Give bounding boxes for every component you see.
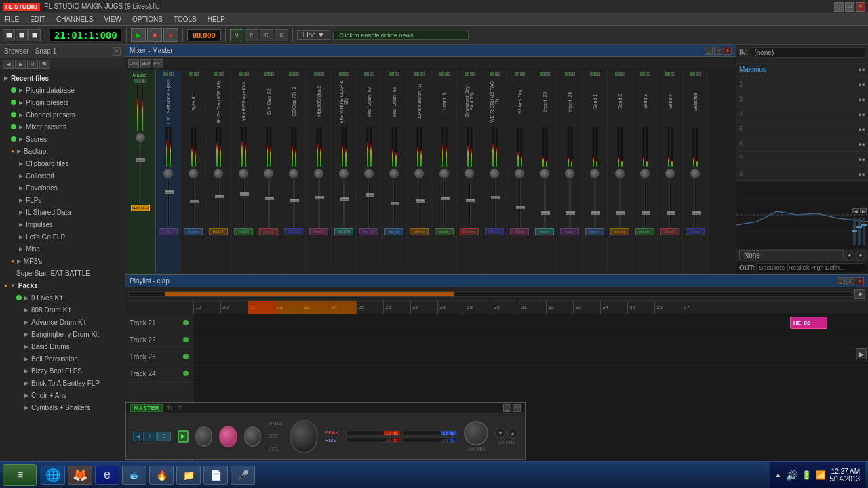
ch-mute-11[interactable]: M	[439, 72, 444, 76]
ch-mute-19[interactable]: M	[640, 72, 645, 76]
ch-pan-5[interactable]	[289, 169, 298, 178]
ch-fader-thumb-20[interactable]	[667, 211, 675, 215]
ch-pan-21[interactable]	[690, 169, 700, 178]
minimize-btn[interactable]: _	[834, 2, 844, 12]
channel-strip-1[interactable]: M S L V - SelfMade Brass L V -	[156, 70, 181, 274]
mixer-maximize[interactable]: □	[714, 47, 722, 55]
master-send-indicator[interactable]: MASTER	[131, 205, 150, 211]
sidebar-item-letsgof[interactable]: ▶ Let's Go FLP	[0, 230, 125, 243]
sidebar-item-bell-perc[interactable]: ▶ Bell Percussion	[0, 352, 125, 365]
mixer-ch-7[interactable]: 7 ● ●	[736, 152, 868, 167]
taskbar-app-folder[interactable]: 📁	[176, 466, 201, 485]
ch-fader-thumb-1[interactable]	[190, 200, 199, 203]
sidebar-item-mixer-presets[interactable]: ▶ Mixer presets	[0, 121, 125, 133]
taskbar-app-ie2[interactable]: e	[95, 466, 119, 485]
step-btn-3[interactable]: 3	[157, 432, 171, 441]
ch-fader-thumb-7[interactable]	[340, 197, 349, 201]
ch-mute-21[interactable]: M	[690, 72, 695, 76]
ch-solo-11[interactable]: S	[445, 72, 450, 76]
plugin-knob-brt[interactable]	[219, 426, 237, 447]
ch-pan-17[interactable]	[590, 169, 599, 178]
grid-scroll-right[interactable]: ▶	[856, 348, 867, 359]
in-value[interactable]: (none)	[751, 47, 865, 58]
ch-solo-21[interactable]: S	[696, 72, 701, 76]
playlist-scrollbar[interactable]	[128, 291, 853, 297]
ch-fader-thumb-17[interactable]	[591, 211, 600, 215]
master-mute-btn[interactable]: M	[134, 79, 140, 83]
ch-pan-20[interactable]	[665, 169, 675, 178]
line-mode-selector[interactable]: Line ▼	[297, 30, 331, 40]
menu-tools[interactable]: TOOLS	[172, 16, 199, 23]
ch-solo-3[interactable]: S	[244, 72, 249, 76]
ch-mute-9[interactable]: M	[389, 72, 394, 76]
taskbar-app-flame[interactable]: 🔥	[149, 466, 174, 485]
channel-strip-15[interactable]: M S 9 Lives Tag 9 Live	[507, 70, 532, 274]
sidebar-item-bizzy[interactable]: ▶ Bizzy Beat FLPS	[0, 365, 125, 377]
ch-color-btn-14[interactable]: 9 Live	[510, 228, 529, 235]
ch-solo-18[interactable]: S	[620, 72, 625, 76]
taskbar-app-ie[interactable]: 🌐	[41, 466, 65, 485]
eq-left-btn[interactable]: ◀	[852, 208, 859, 214]
ch-mute-18[interactable]: M	[615, 72, 620, 76]
ch-fader-thumb-16[interactable]	[566, 211, 575, 215]
channel-strip-14[interactable]: M S WE R DRUMZ TAG (1) WE R D	[482, 70, 507, 274]
ch-fader-5[interactable]	[293, 180, 295, 227]
tray-speaker[interactable]: 🔊	[786, 470, 797, 481]
ch-mute-6[interactable]: M	[314, 72, 319, 76]
plugin-knob-ceil[interactable]	[244, 426, 261, 447]
ch-fader-thumb-12[interactable]	[466, 199, 475, 202]
ch-solo-19[interactable]: S	[646, 72, 650, 76]
ch-fader-thumb-8[interactable]	[366, 193, 374, 197]
ch-mute-7[interactable]: M	[339, 72, 344, 76]
toolbar-btn-3[interactable]: ⬜	[28, 29, 41, 41]
grid-row-23[interactable]	[193, 348, 868, 365]
grid-row-24[interactable]	[193, 365, 868, 382]
ch-pan-18[interactable]	[615, 169, 625, 178]
channel-strip-18[interactable]: M S Send 1 Send 1	[583, 70, 608, 274]
sidebar-item-shared-data[interactable]: ▶ IL Shared Data	[0, 206, 125, 218]
mixer-ch-8[interactable]: 8 ● ●	[736, 167, 868, 180]
ch-fader-12[interactable]	[469, 180, 471, 227]
route-btn-2[interactable]: ●	[856, 251, 865, 260]
ch-fader-16[interactable]	[569, 180, 571, 227]
ch-solo-20[interactable]: S	[671, 72, 675, 76]
mixer-ch-3[interactable]: 3 ● ●	[736, 92, 868, 107]
ch-mute-2[interactable]: M	[214, 72, 218, 76]
ch-pan-15[interactable]	[540, 169, 549, 178]
ch-pan-13[interactable]	[490, 169, 499, 178]
browser-shortcut[interactable]: B	[275, 29, 288, 41]
grid-row-21[interactable]	[193, 314, 868, 331]
ch-fader-18[interactable]	[619, 180, 621, 227]
ch-fader-thumb-4[interactable]	[265, 197, 274, 200]
sidebar-item-envelopes[interactable]: ▶ Envelopes	[0, 182, 125, 194]
ch-fader-11[interactable]	[443, 180, 446, 227]
taskbar-app-mic[interactable]: 🎤	[231, 466, 255, 485]
start-button[interactable]: ⊞	[3, 464, 37, 486]
ch-solo-2[interactable]: S	[219, 72, 224, 76]
ch-fader-9[interactable]	[393, 180, 395, 227]
ch-fader-8[interactable]	[368, 180, 370, 227]
ch-solo-17[interactable]: S	[595, 72, 600, 76]
ch-pan-6[interactable]	[314, 169, 323, 178]
eq-right-btn[interactable]: ▶	[860, 208, 867, 214]
sidebar-item-choir[interactable]: ▶ Choir + Ahs	[0, 389, 125, 401]
sidebar-item-channel-presets[interactable]: ▶ Channel presets	[0, 108, 125, 121]
playlist-maximize[interactable]: □	[846, 277, 854, 285]
ch-pan-14[interactable]	[515, 169, 524, 178]
ch-fader-17[interactable]	[594, 180, 596, 227]
master-main-knob[interactable]	[290, 420, 318, 453]
sidebar-item-scores[interactable]: ▶ Scores	[0, 133, 125, 145]
ch-mute-16[interactable]: M	[565, 72, 570, 76]
ch-solo-6[interactable]: S	[319, 72, 324, 76]
ch-mute-17[interactable]: M	[590, 72, 595, 76]
ch-fader-15[interactable]	[544, 180, 546, 227]
ch-mute-20[interactable]: M	[665, 72, 670, 76]
sidebar-item-9lives[interactable]: ▶ 9 Lives Kit	[0, 291, 125, 304]
channel-strip-16[interactable]: M S Insert_23 Insert	[532, 70, 557, 274]
menu-view[interactable]: VIEW	[102, 16, 123, 23]
ch-mute-4[interactable]: M	[264, 72, 269, 76]
ch-pan-0[interactable]	[163, 169, 173, 178]
ch-fader-thumb-18[interactable]	[616, 211, 625, 215]
master-fader[interactable]	[139, 142, 141, 203]
sidebar-item-mp3s[interactable]: ● ▶ MP3's	[0, 255, 125, 267]
